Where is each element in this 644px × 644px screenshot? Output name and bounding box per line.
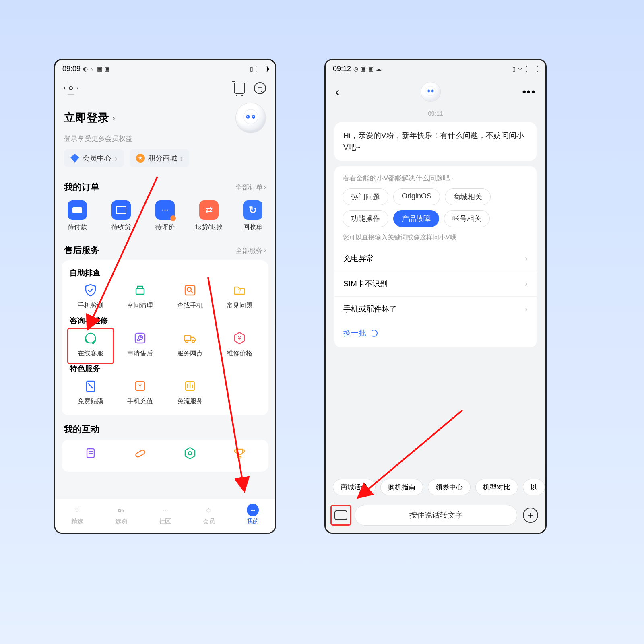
more-icon[interactable]: •••: [522, 86, 536, 98]
refresh-button[interactable]: 换一批: [343, 322, 528, 346]
orders-title: 我的订单: [64, 181, 99, 193]
nav-community[interactable]: ⋯社区: [143, 499, 187, 533]
order-return[interactable]: 退货/退款: [187, 200, 231, 231]
topic-chips: 热门问题OriginOS商城相关功能操作产品故障帐号相关: [343, 188, 528, 227]
panel-lead: 看看全能的小V都能解决什么问题吧~: [343, 173, 528, 183]
svg-rect-5: [136, 289, 144, 294]
svg-point-22: [188, 452, 192, 455]
order-pending-pay[interactable]: 待付款: [55, 200, 99, 231]
back-icon[interactable]: ‹: [335, 85, 339, 99]
cart-icon[interactable]: [234, 83, 245, 94]
service-item-手机充值[interactable]: ¥手机充值: [116, 378, 165, 411]
messages-icon[interactable]: [254, 82, 266, 94]
interact-item[interactable]: [215, 445, 265, 470]
svg-point-25: [426, 86, 436, 96]
nav-member[interactable]: ◇会员: [187, 499, 231, 533]
nav-shop[interactable]: 🛍选购: [99, 499, 143, 533]
service-item-服务网点[interactable]: 服务网点: [165, 330, 215, 363]
member-center-pill[interactable]: 会员中心›: [64, 149, 124, 167]
svg-rect-6: [185, 285, 195, 295]
service-item-查找手机[interactable]: 查找手机: [165, 282, 215, 316]
status-time-r: 09:12: [333, 65, 351, 73]
topic-chip[interactable]: OriginOS: [393, 188, 440, 205]
nav-featured[interactable]: ♡精选: [55, 499, 99, 533]
sim-icon: ▯: [250, 66, 253, 72]
pricehex-icon: ¥: [231, 330, 248, 346]
points-mall-pill[interactable]: 积分商城›: [130, 149, 190, 167]
svg-point-4: [253, 116, 254, 117]
suggestion-chip[interactable]: 以: [523, 479, 545, 495]
service-item-申请售后[interactable]: 申请售后: [116, 330, 165, 363]
interact-item[interactable]: [116, 445, 165, 470]
plus-button[interactable]: ＋: [523, 508, 538, 523]
service-group-title: 自助排查: [66, 268, 264, 282]
panel-hint: 您可以直接输入关键词或像这样问小V哦: [343, 233, 528, 242]
suggestion-chip[interactable]: 机型对比: [475, 479, 518, 495]
svg-text:¥: ¥: [138, 382, 142, 389]
do-not-disturb-icon: ◐: [83, 66, 88, 72]
interact-item[interactable]: [165, 445, 215, 470]
svg-point-3: [247, 116, 248, 117]
service-item-在线客服[interactable]: 在线客服: [66, 330, 116, 363]
svg-rect-12: [184, 336, 191, 341]
clock-icon: ◷: [353, 66, 358, 72]
diamond-icon: [70, 154, 79, 163]
sim-icon: ▯: [512, 66, 516, 72]
input-bar: 按住说话转文字 ＋: [326, 498, 545, 533]
wallet-icon: [68, 200, 87, 220]
order-recycle[interactable]: 回收单: [231, 200, 275, 231]
faq-row[interactable]: 充电异常›: [343, 246, 528, 271]
chevron-right-icon: ›: [525, 279, 528, 288]
voice-input[interactable]: 按住说话转文字: [355, 505, 517, 526]
left-screenshot: 09:09 ◐ ♀ ▣ ▣ ▯ 立即登录› 登录享受: [54, 59, 276, 534]
chevron-right-icon: ›: [112, 114, 115, 123]
service-title: 售后服务: [64, 244, 99, 256]
service-item-维修价格[interactable]: ¥维修价格: [215, 330, 265, 363]
interact-item[interactable]: [66, 445, 116, 470]
faq-row[interactable]: 手机或配件坏了›: [343, 297, 528, 322]
order-pending-review[interactable]: 待评价: [143, 200, 187, 231]
avatar[interactable]: [235, 103, 266, 133]
keyboard-toggle[interactable]: [333, 507, 349, 523]
service-item-常见问题[interactable]: ?常见问题: [215, 282, 265, 316]
topic-chip[interactable]: 热门问题: [343, 188, 388, 205]
status-bar-r: 09:12 ◷ ▣ ▣ ☁ ▯ ᯤ: [326, 60, 545, 78]
svg-point-14: [192, 340, 194, 343]
topic-chip[interactable]: 功能操作: [343, 210, 388, 227]
topic-chip[interactable]: 产品故障: [393, 210, 439, 227]
topic-chip[interactable]: 商城相关: [445, 188, 491, 205]
chat-timestamp: 09:11: [326, 106, 545, 122]
settings-hex-icon[interactable]: [64, 81, 78, 95]
trophy-icon: [231, 445, 248, 461]
diamond-outline-icon: ◇: [203, 504, 215, 516]
topic-chip[interactable]: 帐号相关: [444, 210, 490, 227]
wifi-icon: ᯤ: [518, 66, 524, 72]
service-item-免费贴膜[interactable]: 免费贴膜: [66, 378, 116, 411]
data-icon: [182, 378, 198, 394]
service-item-手机检测[interactable]: 手机检测: [66, 282, 116, 316]
folderq-icon: ?: [231, 282, 248, 298]
truck-icon: [182, 330, 198, 346]
bottom-nav: ♡精选 🛍选购 ⋯社区 ◇会员 ••我的: [55, 499, 275, 533]
star-icon: [136, 154, 145, 163]
keyboard-icon: [334, 510, 347, 520]
service-more[interactable]: 全部服务›: [235, 246, 266, 255]
svg-point-9: [86, 333, 95, 343]
service-item-空间清理[interactable]: 空间清理: [116, 282, 165, 316]
service-item-免流服务[interactable]: 免流服务: [165, 378, 215, 411]
svg-point-2: [252, 115, 255, 119]
box-icon: [111, 200, 131, 220]
order-pending-receive[interactable]: 待收货: [99, 200, 143, 231]
mine-avatar-icon: ••: [247, 504, 259, 516]
chat-header: ‹ •••: [326, 78, 545, 106]
login-title[interactable]: 立即登录›: [64, 110, 115, 126]
faq-row[interactable]: SIM卡不识别›: [343, 271, 528, 296]
faq-panel: 看看全能的小V都能解决什么问题吧~ 热门问题OriginOS商城相关功能操作产品…: [334, 166, 537, 347]
nav-mine[interactable]: ••我的: [231, 499, 275, 533]
chat-avatar[interactable]: [421, 82, 441, 102]
suggestion-chip[interactable]: 领券中心: [428, 479, 471, 495]
suggestion-chip[interactable]: 商城活动: [333, 479, 376, 495]
orders-more[interactable]: 全部订单›: [235, 183, 266, 192]
chevron-right-icon: ›: [525, 304, 528, 314]
suggestion-chip[interactable]: 购机指南: [380, 479, 423, 495]
